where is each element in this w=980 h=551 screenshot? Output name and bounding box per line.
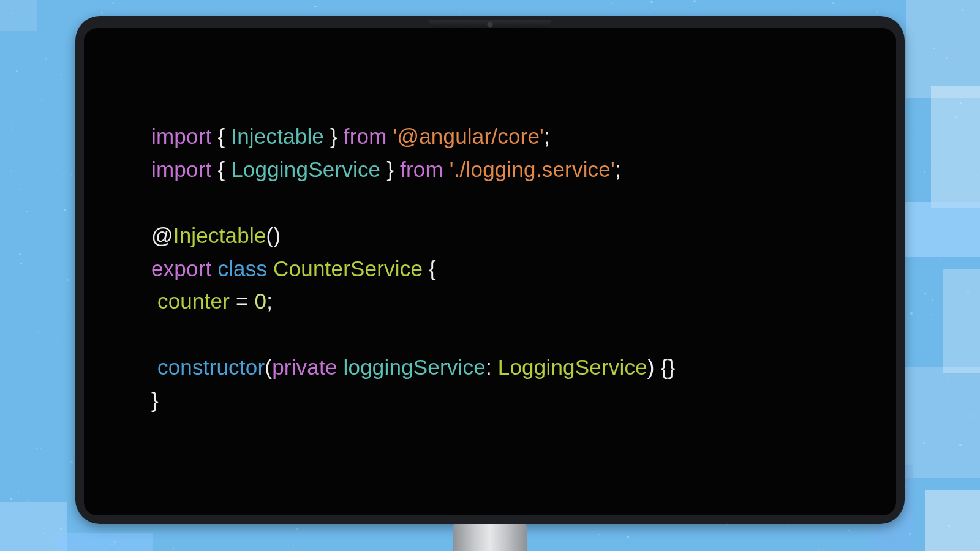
code-token-type: loggingService	[344, 355, 486, 379]
code-token-keyword: from	[344, 124, 387, 148]
code-token-plain: ;	[266, 289, 273, 313]
code-token-plain	[337, 355, 344, 379]
code-token-keyword: import	[151, 157, 211, 181]
code-token-plain	[267, 257, 273, 280]
code-token-type: Injectable	[231, 124, 324, 148]
code-token-class: CounterService	[273, 257, 423, 280]
code-token-plain	[151, 289, 157, 313]
code-token-plain: =	[230, 289, 255, 313]
code-token-type: LoggingService	[231, 157, 380, 181]
code-token-plain	[443, 157, 450, 181]
code-token-class: LoggingService	[498, 355, 647, 379]
code-token-plain: @	[151, 223, 173, 247]
code-token-string: '@angular/core'	[393, 124, 544, 148]
code-token-string: './logging.service'	[450, 157, 615, 181]
code-token-plain: ) {}	[647, 355, 676, 379]
code-token-keyword: import	[151, 124, 211, 148]
code-token-plain: }	[324, 124, 344, 148]
background: import { Injectable } from '@angular/cor…	[0, 0, 980, 551]
screen: import { Injectable } from '@angular/cor…	[84, 28, 896, 515]
monitor: import { Injectable } from '@angular/cor…	[75, 16, 905, 524]
code-token-num: 0	[255, 289, 267, 313]
code-token-decl: constructor	[157, 355, 265, 379]
code-token-plain: }	[151, 388, 159, 412]
code-token-keyword: from	[400, 157, 443, 181]
code-token-plain: :	[486, 355, 498, 379]
code-token-keyword: export	[151, 257, 211, 280]
code-token-plain: ;	[544, 124, 550, 148]
code-token-plain: {	[211, 124, 231, 148]
code-token-class: counter	[157, 289, 230, 313]
monitor-stand	[453, 524, 527, 551]
code-token-plain	[211, 257, 217, 280]
code-token-plain: ;	[615, 157, 621, 181]
code-token-keyword: private	[272, 355, 337, 379]
monitor-frame: import { Injectable } from '@angular/cor…	[75, 16, 905, 524]
code-block: import { Injectable } from '@angular/cor…	[151, 120, 829, 417]
code-token-plain: }	[380, 157, 400, 181]
code-token-decl: class	[217, 257, 267, 280]
code-token-plain	[151, 355, 157, 379]
code-token-plain: (	[265, 355, 272, 379]
code-token-plain: {	[211, 157, 231, 181]
code-token-plain: ()	[266, 223, 281, 247]
code-token-plain: {	[423, 257, 436, 280]
code-token-plain	[387, 124, 393, 148]
code-token-class: Injectable	[173, 223, 266, 247]
